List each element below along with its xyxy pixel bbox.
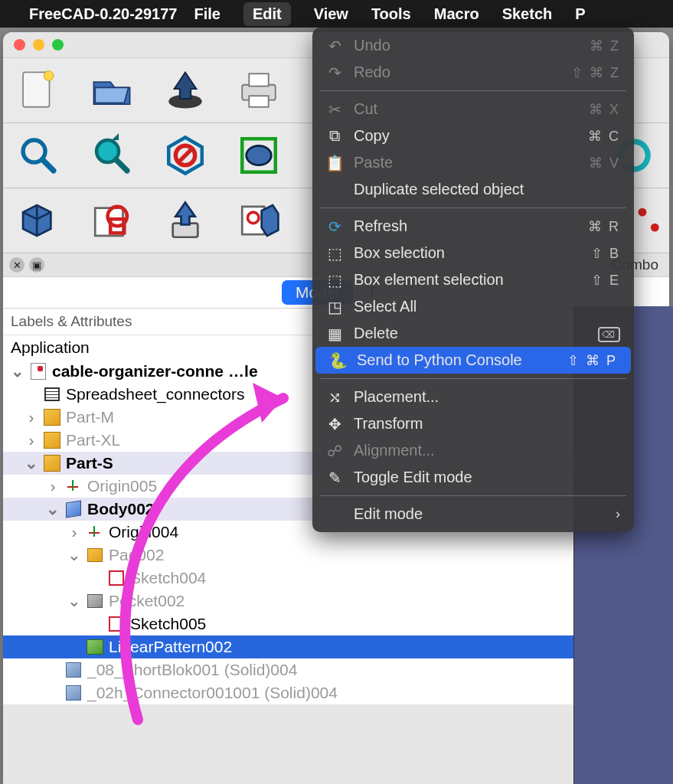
menu-tools[interactable]: Tools [371,5,411,23]
body-icon [64,500,83,518]
menu-separator [320,495,626,496]
tree-pad002[interactable]: ⌄ Pad002 [3,544,669,567]
menu-redo[interactable]: ↷ Redo ⇧ ⌘ Z [312,59,634,86]
twisty-icon[interactable]: ⌄ [46,500,60,518]
svg-line-12 [178,149,192,162]
menu-p[interactable]: P [575,5,585,23]
menu-macro[interactable]: Macro [434,5,479,23]
menu-refresh[interactable]: ⟳ Refresh ⌘ R [312,213,634,240]
menu-separator [320,90,626,91]
part-body-button[interactable] [8,193,69,248]
menu-view[interactable]: View [314,5,348,23]
twisty-icon[interactable]: › [67,523,81,541]
window-zoom-icon[interactable] [52,39,64,51]
menu-delete[interactable]: ▦ Delete ⌫ [312,320,634,347]
menu-duplicate-label: Duplicate selected object [354,181,620,198]
placement-icon: ⤭ [326,389,343,406]
menu-paste-shortcut: ⌘ V [589,155,620,172]
pocket-icon [86,592,104,610]
menu-sketch[interactable]: Sketch [502,5,553,23]
window-close-icon[interactable] [14,39,25,51]
box-select-icon: ⬚ [326,245,343,262]
menu-box-selection-label: Box selection [354,244,580,262]
refresh-icon: ⟳ [326,218,343,235]
menu-toggle-edit-mode[interactable]: ✎ Toggle Edit mode [312,464,634,491]
alignment-icon: ☍ [326,443,343,459]
menu-copy[interactable]: ⧉ Copy ⌘ C [312,122,634,149]
menu-undo[interactable]: ↶ Undo ⌘ Z [312,32,634,59]
sketch-button[interactable] [81,193,142,248]
menu-send-to-python-label: Send to Python Console [357,351,557,369]
twisty-icon[interactable]: ⌄ [11,362,25,381]
svg-rect-5 [249,96,268,107]
menu-edit[interactable]: Edit [243,2,291,26]
twisty-icon[interactable]: › [25,408,38,426]
twisty-icon[interactable]: › [46,477,60,495]
menu-placement[interactable]: ⤭ Placement... [312,384,634,410]
tree-pocket002-label: Pocket002 [109,592,185,610]
print-button[interactable] [228,63,289,118]
box-element-select-icon: ⬚ [326,272,343,289]
menu-box-selection[interactable]: ⬚ Box selection ⇧ B [312,240,634,266]
menu-send-to-python[interactable]: 🐍 Send to Python Console ⇧ ⌘ P [315,347,631,374]
save-button[interactable] [155,63,216,118]
svg-point-1 [44,71,54,81]
blank-icon [326,506,343,523]
tree-linearpattern002[interactable]: LinearPattern002 [3,635,669,658]
zoom-fit-button[interactable] [8,128,69,183]
panel-close-icon[interactable]: ✕ [9,257,25,273]
menu-paste[interactable]: 📋 Paste ⌘ V [312,149,634,176]
menu-cut[interactable]: ✂ Cut ⌘ X [312,96,634,122]
twisty-icon[interactable]: ⌄ [25,454,38,472]
panel-float-icon[interactable]: ▣ [29,257,44,273]
pencil-icon: ✎ [326,469,343,486]
menu-edit-mode[interactable]: Edit mode › [312,501,634,528]
tree-sketch005[interactable]: Sketch005 [3,612,669,635]
twisty-icon[interactable]: ⌄ [67,592,81,610]
bbox-button[interactable] [228,128,289,183]
delete-icon: ▦ [326,325,343,342]
tree-sketch004-label: Sketch004 [130,569,206,587]
map-sketch-button[interactable] [228,193,289,248]
tree-pocket002[interactable]: ⌄ Pocket002 [3,590,669,612]
paste-icon: 📋 [326,155,343,172]
pad-button[interactable] [155,193,216,248]
app-name[interactable]: FreeCAD-0.20-29177 [29,5,177,23]
twisty-icon[interactable]: › [25,431,38,449]
menu-file[interactable]: File [194,5,220,23]
sketch-icon [107,615,126,633]
sketch-icon [107,569,126,587]
menu-copy-label: Copy [354,127,577,145]
menu-box-element-selection[interactable]: ⬚ Box element selection ⇧ E [312,266,634,293]
menu-select-all[interactable]: ◳ Select All [312,293,634,320]
tree-sketch004[interactable]: Sketch004 [3,567,669,590]
svg-line-9 [116,159,127,171]
tree-pad002-label: Pad002 [109,546,164,564]
menu-separator [320,207,626,208]
menu-cut-label: Cut [354,100,578,118]
tree-body002-label: Body002 [87,500,155,518]
menu-undo-shortcut: ⌘ Z [590,38,620,54]
svg-point-23 [651,224,659,232]
twisty-icon[interactable]: ⌄ [67,546,81,564]
window-minimize-icon[interactable] [33,39,44,51]
tree-sketch005-label: Sketch005 [130,615,206,633]
constraint-dots-icon[interactable] [634,193,665,248]
spreadsheet-icon [43,385,61,403]
tree-part-s-label: Part-S [66,454,113,472]
menu-redo-label: Redo [354,64,560,81]
draw-style-button[interactable] [155,128,216,183]
menu-transform[interactable]: ✥ Transform [312,410,634,437]
menu-copy-shortcut: ⌘ C [588,128,620,145]
tree-solid2[interactable]: _02h_Connector001001 (Solid)004 [3,681,669,704]
tree-solid2-label: _02h_Connector001001 (Solid)004 [87,684,338,702]
tree-spreadsheet-label: Spreadsheet_connectors [66,385,245,403]
cut-icon: ✂ [326,101,343,118]
zoom-select-button[interactable] [81,128,142,183]
menu-duplicate[interactable]: Duplicate selected object [312,176,634,203]
menu-alignment[interactable]: ☍ Alignment... [312,437,634,464]
tree-solid1[interactable]: _08_ShortBlok001 (Solid)004 [3,658,669,681]
open-file-button[interactable] [81,63,142,118]
origin-icon [64,477,83,495]
new-file-button[interactable] [8,63,69,118]
